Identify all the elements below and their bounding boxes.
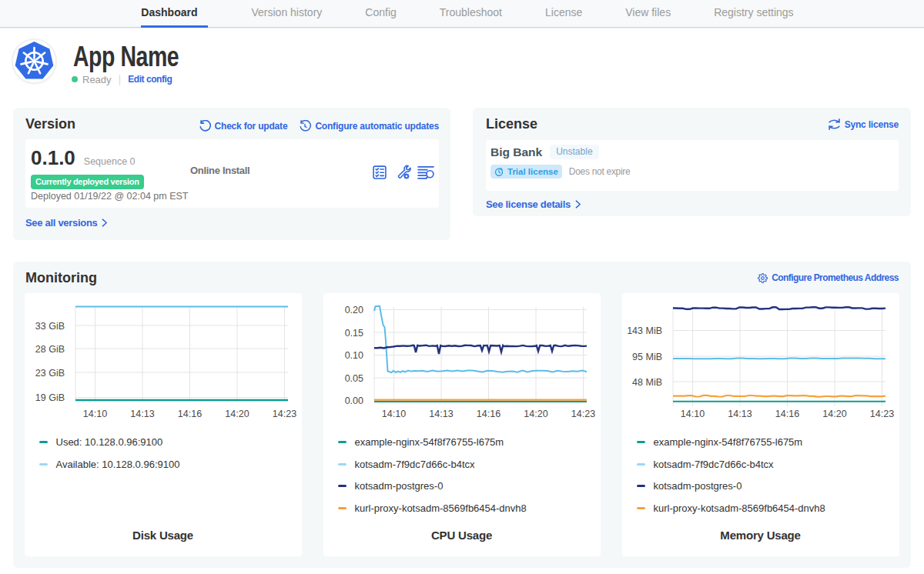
svg-text:23 GiB: 23 GiB <box>35 368 64 379</box>
svg-text:14:20: 14:20 <box>524 409 547 419</box>
svg-text:14:23: 14:23 <box>571 409 594 419</box>
svg-text:14:13: 14:13 <box>130 409 154 419</box>
svg-text:19 GiB: 19 GiB <box>35 392 64 403</box>
svg-text:48 MiB: 48 MiB <box>632 377 662 388</box>
svg-text:0.05: 0.05 <box>344 373 363 384</box>
svg-text:95 MiB: 95 MiB <box>632 352 662 362</box>
svg-text:14:23: 14:23 <box>272 409 296 419</box>
svg-text:33 GiB: 33 GiB <box>35 321 64 332</box>
svg-text:14:16: 14:16 <box>775 409 798 419</box>
svg-text:14:13: 14:13 <box>429 409 453 419</box>
svg-text:14:20: 14:20 <box>822 409 846 419</box>
svg-text:14:10: 14:10 <box>381 409 405 419</box>
svg-text:14:23: 14:23 <box>869 409 893 419</box>
svg-text:14:10: 14:10 <box>680 409 704 419</box>
svg-text:14:16: 14:16 <box>476 409 500 419</box>
svg-text:28 GiB: 28 GiB <box>35 344 64 355</box>
svg-text:0.00: 0.00 <box>344 395 363 406</box>
svg-text:0.15: 0.15 <box>344 328 363 339</box>
svg-text:14:16: 14:16 <box>177 409 201 419</box>
svg-text:14:13: 14:13 <box>728 409 752 419</box>
svg-text:143 MiB: 143 MiB <box>627 325 662 336</box>
svg-text:0.20: 0.20 <box>344 305 363 315</box>
svg-text:14:10: 14:10 <box>82 409 106 419</box>
svg-text:0.10: 0.10 <box>344 350 363 361</box>
svg-text:14:20: 14:20 <box>225 409 249 419</box>
